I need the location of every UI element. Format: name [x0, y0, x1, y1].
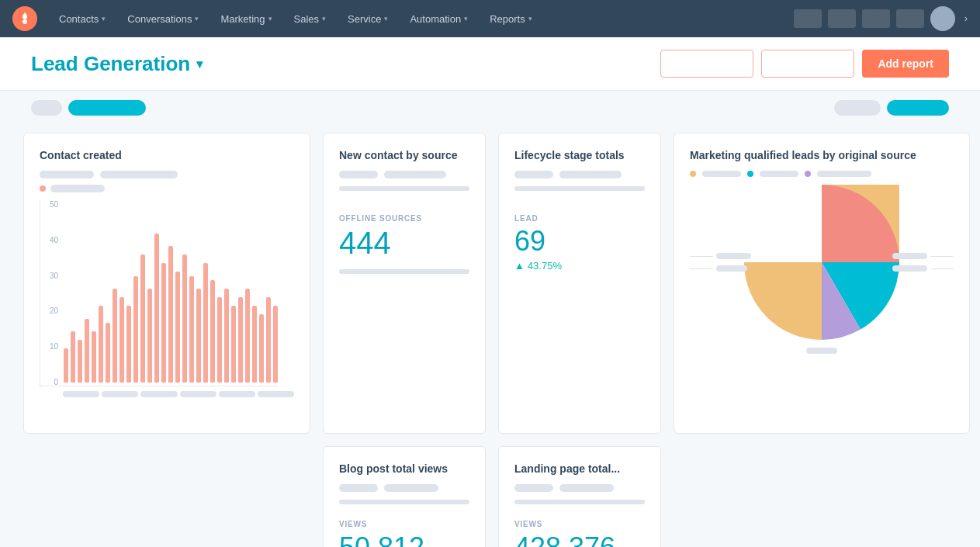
chevron-down-icon: ▾	[464, 15, 468, 23]
filter-right	[834, 100, 949, 116]
nav-icon-btn-3[interactable]	[862, 9, 890, 28]
metric-value-lifecycle: 69	[514, 226, 645, 257]
lifecycle-bar	[514, 186, 645, 191]
chevron-down-icon: ▾	[268, 15, 272, 23]
metric-bar	[339, 186, 469, 191]
card-title-landing: Landing page total...	[514, 462, 645, 475]
lifecycle-stage-card: Lifecycle stage totals LEAD 69 ▲ 43.75%	[498, 133, 661, 434]
blog-sub-pill-b	[384, 484, 438, 492]
card-sub-pills	[40, 171, 294, 178]
cards-grid: Contact created 50 40 30 20 10 0	[23, 133, 957, 434]
bar	[64, 348, 68, 383]
sub-pill-1	[40, 171, 94, 178]
add-report-button[interactable]: Add report	[862, 50, 949, 78]
nav-items: Contacts ▾ Conversations ▾ Marketing ▾ S…	[50, 0, 794, 37]
legend-line-left-2	[690, 268, 713, 269]
nav-automation[interactable]: Automation ▾	[400, 0, 477, 37]
card-title-new-contact: New contact by source	[339, 149, 469, 161]
filter-option-1[interactable]	[834, 100, 881, 116]
blog-sub-pills	[339, 484, 469, 492]
chevron-down-icon: ▾	[528, 15, 532, 23]
legend-pill-right-2	[892, 265, 927, 272]
nav-conversations[interactable]: Conversations ▾	[118, 0, 208, 37]
metric-value-source: 444	[339, 226, 469, 260]
landing-page-card: Landing page total... VIEWS 428,376 ▼ 2.…	[498, 446, 661, 547]
nav-icon-btn-4[interactable]	[896, 9, 924, 28]
metric-label-source: OFFLINE SOURCES	[339, 214, 469, 223]
bar	[259, 314, 264, 383]
contact-created-card: Contact created 50 40 30 20 10 0	[23, 133, 310, 434]
legend-line-right-2	[930, 268, 954, 269]
views-value-landing: 428,376	[514, 531, 645, 547]
nav-icon-btn-2[interactable]	[828, 9, 856, 28]
nav-sales[interactable]: Sales ▾	[285, 0, 336, 37]
views-value-blog: 50,812	[339, 531, 469, 547]
bar	[273, 306, 278, 383]
card-title-blog: Blog post total views	[339, 462, 469, 475]
views-label-landing: VIEWS	[514, 520, 645, 528]
metric-bar-wrap	[339, 186, 469, 191]
views-label-blog: VIEWS	[339, 520, 469, 528]
pie-bottom-pill	[806, 348, 837, 354]
bar-chart: 50 40 30 20 10 0	[40, 200, 294, 417]
page-header: Lead Generation ▾ Add report	[0, 37, 980, 91]
nav-icon-btn-1[interactable]	[794, 9, 822, 28]
bar	[238, 297, 243, 383]
filter-button-1[interactable]	[660, 50, 753, 78]
mql-card: Marketing qualified leads by original so…	[674, 133, 970, 434]
svg-point-0	[23, 19, 27, 24]
card-title-lifecycle: Lifecycle stage totals	[514, 149, 645, 161]
blog-sub-pill-a	[339, 484, 378, 492]
bar	[161, 263, 166, 383]
mql-legend	[690, 171, 954, 177]
nav-contacts[interactable]: Contacts ▾	[50, 0, 115, 37]
bar	[182, 254, 187, 383]
nav-right: ›	[794, 6, 968, 31]
filter-tag-2[interactable]	[68, 100, 146, 116]
bar	[154, 234, 159, 383]
filter-tag-1[interactable]	[31, 100, 62, 116]
legend-line-left-1	[690, 256, 713, 257]
dropdown-icon[interactable]: ▾	[196, 57, 203, 71]
pie-legend-right	[892, 253, 954, 272]
filter-button-2[interactable]	[761, 50, 854, 78]
card-title-mql: Marketing qualified leads by original so…	[690, 149, 954, 161]
legend-pill-left-2	[716, 265, 747, 272]
filter-option-2[interactable]	[887, 100, 949, 116]
sub-pill-c	[514, 171, 553, 178]
card-sub-pills-2	[339, 171, 469, 178]
bar	[133, 276, 138, 383]
blog-post-card: Blog post total views VIEWS 50,812 ▲ 1.1…	[323, 446, 486, 547]
bar	[71, 331, 75, 383]
new-contact-by-source-card: New contact by source OFFLINE SOURCES 44…	[323, 133, 486, 434]
filter-bar	[0, 91, 980, 125]
blog-bar	[339, 500, 469, 504]
bar	[140, 254, 145, 383]
navbar: Contacts ▾ Conversations ▾ Marketing ▾ S…	[0, 0, 980, 37]
landing-sub-pills	[514, 484, 645, 492]
hubspot-logo[interactable]	[12, 6, 37, 31]
legend-pill-right-1	[892, 253, 927, 259]
pie-bottom-legend	[690, 348, 954, 354]
bar	[126, 306, 131, 383]
nav-service[interactable]: Service ▾	[338, 0, 397, 37]
legend-text-1	[702, 171, 741, 177]
card-legend	[40, 185, 294, 192]
metric-label-lifecycle: LEAD	[514, 214, 645, 223]
nav-marketing[interactable]: Marketing ▾	[211, 0, 281, 37]
bar	[147, 289, 152, 383]
pie-chart-svg	[744, 185, 899, 340]
bar	[210, 280, 215, 383]
legend-dot-1	[690, 171, 696, 177]
nav-reports[interactable]: Reports ▾	[480, 0, 542, 37]
bar	[266, 297, 271, 383]
bar	[78, 340, 82, 383]
bar	[252, 306, 257, 383]
avatar[interactable]	[930, 6, 955, 31]
arrow-up-icon: ▲	[514, 260, 525, 272]
card-sub-pills-3	[514, 171, 645, 178]
bar-chart-area	[40, 200, 278, 386]
landing-sub-pill-b	[559, 484, 614, 492]
landing-bar	[514, 500, 645, 504]
bar	[231, 306, 236, 383]
